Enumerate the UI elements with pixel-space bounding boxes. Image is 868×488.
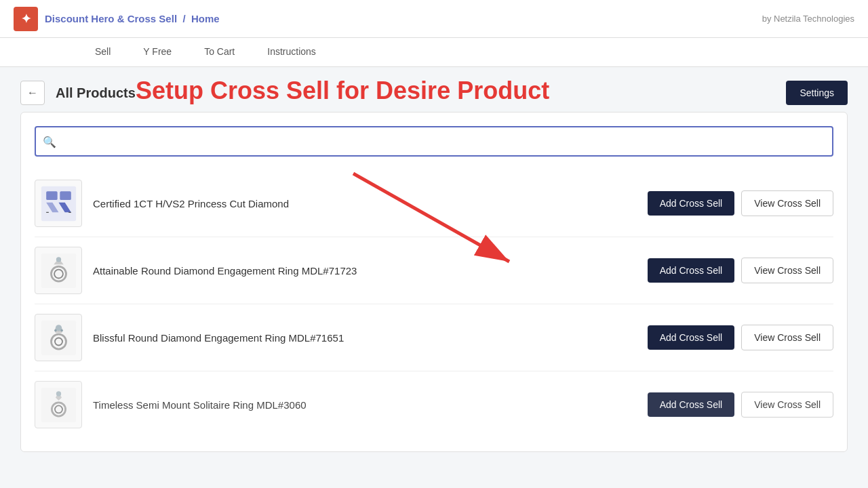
- table-row: Blissful Round Diamond Engagement Ring M…: [35, 304, 833, 371]
- diamond-icon: [40, 185, 77, 222]
- search-icon: 🔍: [43, 135, 56, 148]
- view-cross-sell-button-4[interactable]: View Cross Sell: [741, 392, 833, 418]
- view-cross-sell-button-3[interactable]: View Cross Sell: [741, 325, 833, 350]
- product-actions-4: Add Cross Sell View Cross Sell: [648, 392, 833, 418]
- product-list: Certified 1CT H/VS2 Princess Cut Diamond…: [35, 170, 833, 438]
- ring3-icon: [40, 386, 77, 424]
- table-row: Attainable Round Diamond Engagement Ring…: [35, 237, 833, 304]
- product-actions-2: Add Cross Sell View Cross Sell: [648, 258, 833, 283]
- logo-icon: ✦: [14, 7, 38, 31]
- view-cross-sell-button-2[interactable]: View Cross Sell: [741, 258, 833, 283]
- settings-button[interactable]: Settings: [786, 81, 848, 105]
- view-cross-sell-button-1[interactable]: View Cross Sell: [741, 190, 833, 216]
- nav-tabs: Sell Y Free To Cart Instructions: [0, 38, 868, 67]
- app-header: ✦ Discount Hero & Cross Sell / Home by N…: [0, 0, 868, 38]
- ring1-icon: [40, 252, 77, 289]
- table-row: Timeless Semi Mount Solitaire Ring MDL#3…: [35, 371, 833, 438]
- add-cross-sell-button-4[interactable]: Add Cross Sell: [648, 392, 735, 417]
- add-cross-sell-button-2[interactable]: Add Cross Sell: [648, 258, 735, 283]
- tab-y-free[interactable]: Y Free: [127, 38, 188, 66]
- product-name-4: Timeless Semi Mount Solitaire Ring MDL#3…: [93, 399, 637, 411]
- search-container: 🔍: [35, 126, 833, 157]
- tab-1[interactable]: [14, 38, 46, 66]
- svg-point-25: [56, 391, 60, 396]
- back-button[interactable]: ←: [20, 81, 45, 105]
- annotation-text: Setup Cross Sell for Desire Product: [136, 77, 549, 105]
- tab-2[interactable]: [46, 38, 79, 66]
- add-cross-sell-button-3[interactable]: Add Cross Sell: [648, 325, 735, 350]
- svg-rect-4: [60, 191, 71, 200]
- product-name-2: Attainable Round Diamond Engagement Ring…: [93, 265, 637, 277]
- svg-rect-2: [41, 186, 75, 220]
- table-row: Certified 1CT H/VS2 Princess Cut Diamond…: [35, 170, 833, 237]
- ring2-icon: [40, 319, 77, 357]
- svg-point-19: [54, 329, 57, 331]
- main-content: 🔍 Certified 1CT H/VS2 Princess Cut Diamo…: [20, 112, 848, 452]
- logo-symbol: ✦: [21, 12, 31, 26]
- product-actions-1: Add Cross Sell View Cross Sell: [648, 190, 833, 216]
- product-image-2: [35, 247, 82, 294]
- product-image-1: [35, 180, 82, 227]
- app-title: Discount Hero & Cross Sell / Home: [45, 13, 220, 24]
- page-header: ← All Products Setup Cross Sell for Desi…: [0, 67, 868, 112]
- product-name-3: Blissful Round Diamond Engagement Ring M…: [93, 332, 637, 344]
- home-link[interactable]: Home: [191, 13, 220, 24]
- tab-sell[interactable]: Sell: [79, 38, 127, 66]
- svg-rect-3: [46, 191, 58, 200]
- svg-point-13: [56, 257, 60, 262]
- product-name-1: Certified 1CT H/VS2 Princess Cut Diamond: [93, 198, 637, 209]
- product-actions-3: Add Cross Sell View Cross Sell: [648, 325, 833, 350]
- add-cross-sell-button-1[interactable]: Add Cross Sell: [648, 191, 735, 216]
- tab-to-cart[interactable]: To Cart: [188, 38, 251, 66]
- search-input[interactable]: [35, 126, 833, 157]
- tab-instructions[interactable]: Instructions: [251, 38, 332, 66]
- page-title: All Products: [56, 85, 136, 101]
- svg-point-20: [60, 329, 63, 331]
- product-image-4: [35, 381, 82, 428]
- app-name: Discount Hero & Cross Sell: [45, 13, 177, 24]
- by-text: by Netzila Technologies: [762, 14, 854, 24]
- logo-area: ✦ Discount Hero & Cross Sell / Home: [14, 7, 220, 31]
- product-image-3: [35, 314, 82, 361]
- separator: /: [182, 13, 185, 24]
